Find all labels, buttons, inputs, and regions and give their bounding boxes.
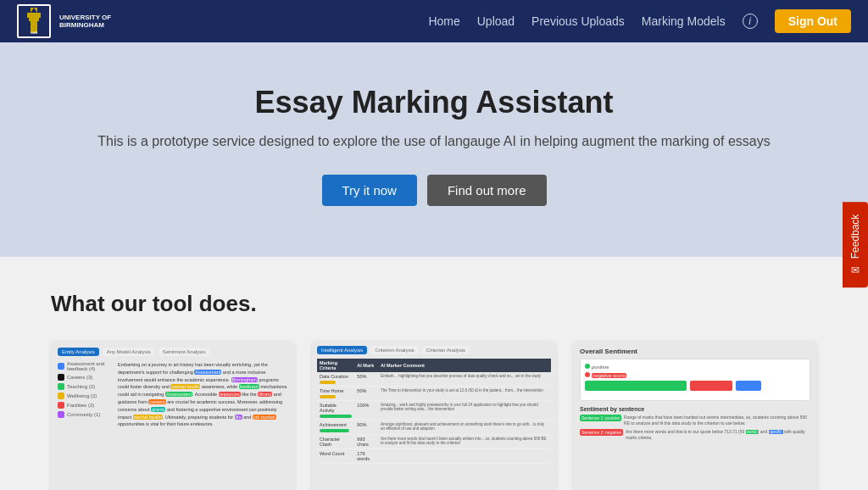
feedback-side: ✉ Feedback (843, 203, 868, 288)
feedback-button[interactable]: ✉ Feedback (843, 203, 868, 288)
navbar-left: UoB UNIVERSITY OF BIRMINGHAM (17, 4, 111, 38)
nav-previous-uploads[interactable]: Previous Uploads (531, 14, 625, 28)
nav-home[interactable]: Home (428, 14, 459, 28)
navbar-right: Home Upload Previous Uploads Marking Mod… (428, 9, 851, 33)
cards-row: Entity Analysis Any Model Analysis Senti… (51, 341, 817, 490)
card1-image: Entity Analysis Any Model Analysis Senti… (51, 341, 295, 490)
hero-title: Essay Marking Assistant (17, 85, 851, 120)
main-content: What our tool does. Entity Analysis Any … (0, 257, 868, 490)
card1-tab-sentiment[interactable]: Sentiment Analysis (159, 348, 210, 356)
card1-tab-model[interactable]: Any Model Analysis (103, 348, 155, 356)
nav-upload[interactable]: Upload (477, 14, 515, 28)
svg-text:UoB: UoB (31, 31, 37, 35)
find-out-more-button[interactable]: Find out more (427, 175, 547, 206)
feedback-icon: ✉ (849, 264, 861, 276)
card-sentiment: Overall Sentiment positive negative scor… (573, 341, 817, 490)
card2-tab-intelligent[interactable]: Intelligent Analysis (317, 346, 367, 354)
hero-section: Essay Marking Assistant This is a protot… (0, 42, 868, 257)
feedback-label: Feedback (849, 214, 861, 259)
card3-overall-title: Overall Sentiment (580, 348, 810, 355)
svg-rect-2 (27, 13, 41, 18)
section-title: What our tool does. (51, 291, 817, 317)
card2-image: Intelligent Analysis Criterion Analysis … (312, 341, 556, 490)
signout-button[interactable]: Sign Out (775, 9, 851, 33)
university-logo: UoB (17, 4, 51, 38)
card3-image: Overall Sentiment positive negative scor… (573, 341, 817, 490)
card2-tab-criterion1[interactable]: Criterion Analysis (370, 346, 418, 354)
nav-marking-models[interactable]: Marking Models (642, 14, 726, 28)
card-ai-models: Intelligent Analysis Criterion Analysis … (312, 341, 556, 490)
hero-subtitle: This is a prototype service designed to … (17, 134, 851, 149)
card2-tab-criterion2[interactable]: Criterion Analysis (422, 346, 470, 354)
navbar: UoB UNIVERSITY OF BIRMINGHAM Home Upload… (0, 0, 868, 42)
svg-rect-4 (29, 18, 39, 21)
card-marker-insights: Entity Analysis Any Model Analysis Senti… (51, 341, 295, 490)
university-name: UNIVERSITY OF BIRMINGHAM (59, 14, 111, 30)
card1-tabs: Entity Analysis Any Model Analysis Senti… (58, 348, 288, 356)
hero-buttons: Try it now Find out more (17, 175, 851, 206)
info-icon[interactable]: i (743, 14, 758, 29)
card1-tab-entity[interactable]: Entity Analysis (58, 348, 99, 356)
card2-table: Marking Criteria AI Mark AI Marker Comme… (317, 359, 551, 464)
try-now-button[interactable]: Try it now (322, 175, 417, 206)
